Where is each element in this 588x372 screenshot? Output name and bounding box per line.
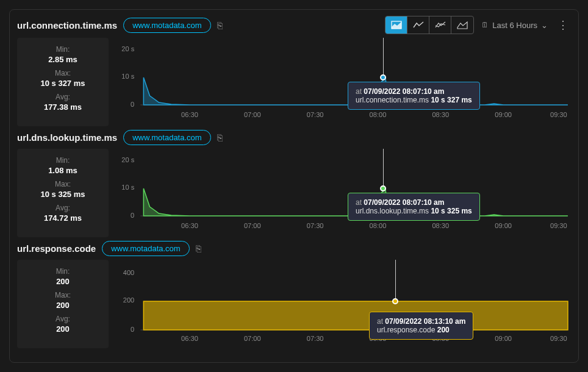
panel-header: url.connection.time.ms www.motadata.com … xyxy=(17,16,571,34)
stat-avg-value: 177.38 ms xyxy=(17,102,109,112)
x-tick: 06:30 xyxy=(181,335,198,342)
x-tick: 07:00 xyxy=(244,111,261,118)
hover-line xyxy=(395,260,396,301)
stat-avg-value: 174.72 ms xyxy=(17,213,109,223)
view-line-button[interactable] xyxy=(407,16,429,34)
view-multi-button[interactable] xyxy=(429,16,451,34)
chart-block-dns: Min:1.08 ms Max:10 s 325 ms Avg:174.72 m… xyxy=(17,149,571,237)
hover-line xyxy=(383,38,384,77)
stat-max-label: Max: xyxy=(17,180,109,188)
chart-block-connection: Min:2.85 ms Max:10 s 327 ms Avg:177.38 m… xyxy=(17,38,571,126)
stats-box-0: Min:2.85 ms Max:10 s 327 ms Avg:177.38 m… xyxy=(17,38,109,126)
hover-line xyxy=(383,149,384,188)
y-tick: 0 xyxy=(131,212,134,219)
view-area-button[interactable] xyxy=(385,16,407,34)
stat-max-label: Max: xyxy=(17,69,109,77)
stat-min-label: Min: xyxy=(17,45,109,54)
stat-min-value: 1.08 ms xyxy=(17,166,109,175)
time-range-label: Last 6 Hours xyxy=(492,21,537,30)
x-tick: 09:00 xyxy=(495,111,512,118)
chart-header-2: url.response.code www.motadata.com ⎘ xyxy=(17,241,571,256)
stat-avg-label: Avg: xyxy=(17,204,109,212)
hover-dot xyxy=(380,74,386,80)
stat-max-value: 10 s 327 ms xyxy=(17,79,109,88)
y-tick: 10 s xyxy=(121,184,134,191)
chart-title-1: url.dns.lookup.time.ms xyxy=(17,132,117,143)
copy-icon[interactable]: ⎘ xyxy=(196,243,201,254)
hover-dot xyxy=(392,298,398,304)
y-tick: 20 s xyxy=(121,156,134,163)
stat-avg-value: 200 xyxy=(17,324,109,334)
y-tick: 200 xyxy=(123,296,134,304)
x-tick: 08:00 xyxy=(370,335,387,342)
chart-area-2[interactable]: 400 200 0 06:30 07:00 07:30 08:00 08:30 … xyxy=(116,260,571,348)
x-tick: 09:30 xyxy=(550,111,567,118)
x-tick: 06:30 xyxy=(181,111,198,118)
chart-view-selector xyxy=(385,16,474,34)
y-tick: 20 s xyxy=(121,45,134,52)
stats-box-1: Min:1.08 ms Max:10 s 325 ms Avg:174.72 m… xyxy=(17,149,109,237)
hover-dot xyxy=(380,185,386,191)
chevron-down-icon: ⌄ xyxy=(541,21,548,30)
x-tick: 07:00 xyxy=(244,222,261,229)
chart-block-response: Min:200 Max:200 Avg:200 400 200 0 06:30 … xyxy=(17,260,571,348)
stat-max-value: 10 s 325 ms xyxy=(17,190,109,199)
copy-icon[interactable]: ⎘ xyxy=(217,132,223,143)
chart-area-1[interactable]: 20 s 10 s 0 06:30 07:00 07:30 08:00 08:3… xyxy=(116,149,571,237)
chart-header-1: url.dns.lookup.time.ms www.motadata.com … xyxy=(17,130,571,145)
metrics-panel: url.connection.time.ms www.motadata.com … xyxy=(9,9,579,363)
stat-min-label: Min: xyxy=(17,156,109,165)
view-stacked-button[interactable] xyxy=(451,16,473,34)
x-tick: 08:00 xyxy=(370,222,387,229)
stat-min-value: 200 xyxy=(17,277,109,286)
stats-box-2: Min:200 Max:200 Avg:200 xyxy=(17,260,109,348)
x-tick: 07:30 xyxy=(307,335,324,342)
x-tick: 09:00 xyxy=(495,222,512,229)
y-tick: 0 xyxy=(131,101,134,108)
x-tick: 07:30 xyxy=(307,111,324,118)
stat-avg-label: Avg: xyxy=(17,315,109,323)
x-tick: 08:00 xyxy=(370,111,387,118)
more-options-button[interactable]: ⋮ xyxy=(555,18,571,32)
source-pill-2[interactable]: www.motadata.com xyxy=(102,241,189,256)
chart-area-0[interactable]: 20 s 10 s 0 06:30 07:00 07:30 08:00 08:3… xyxy=(116,38,571,126)
stat-min-value: 2.85 ms xyxy=(17,55,109,64)
stat-avg-label: Avg: xyxy=(17,93,109,101)
x-tick: 09:30 xyxy=(550,222,567,229)
source-pill-1[interactable]: www.motadata.com xyxy=(123,130,210,145)
calendar-icon: 🗓 xyxy=(481,21,489,29)
stat-max-label: Max: xyxy=(17,291,109,299)
y-tick: 0 xyxy=(131,326,134,333)
chart-title-0: url.connection.time.ms xyxy=(17,20,117,30)
stat-max-value: 200 xyxy=(17,301,109,310)
x-tick: 08:30 xyxy=(432,111,449,118)
x-tick: 09:30 xyxy=(550,335,567,342)
y-tick: 400 xyxy=(123,269,134,276)
x-tick: 06:30 xyxy=(181,222,198,229)
x-tick: 08:30 xyxy=(432,335,449,342)
x-tick: 07:00 xyxy=(244,335,261,342)
source-pill-0[interactable]: www.motadata.com xyxy=(123,18,210,33)
chart-title-2: url.response.code xyxy=(17,243,96,254)
x-tick: 09:00 xyxy=(495,335,512,342)
x-tick: 08:30 xyxy=(432,222,449,229)
time-range-dropdown[interactable]: 🗓 Last 6 Hours ⌄ xyxy=(481,21,548,30)
x-tick: 07:30 xyxy=(307,222,324,229)
stat-min-label: Min: xyxy=(17,267,109,276)
y-tick: 10 s xyxy=(121,73,134,80)
copy-icon[interactable]: ⎘ xyxy=(217,20,223,30)
